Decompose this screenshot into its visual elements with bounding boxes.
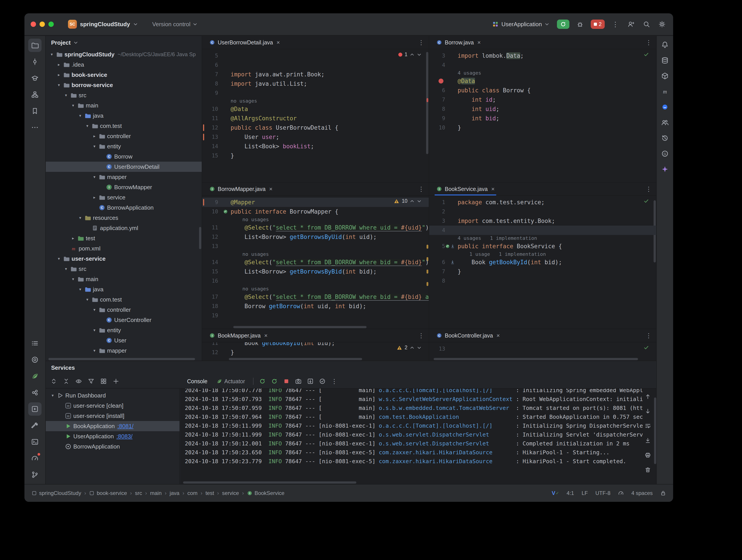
debug-button[interactable]: [575, 19, 585, 29]
chevron-down-icon[interactable]: ▾: [91, 144, 98, 149]
add-service-icon[interactable]: [111, 376, 121, 387]
close-tab-icon[interactable]: ×: [496, 332, 500, 339]
service-item-user-service-clean[interactable]: muser-service [clean]: [46, 401, 179, 411]
more-actions-icon[interactable]: ⋮: [611, 19, 620, 29]
project-item-src[interactable]: ▾src: [46, 264, 202, 274]
caret-position-widget[interactable]: 4:1: [567, 490, 574, 496]
project-item-user-service[interactable]: ▾user-service: [46, 254, 202, 264]
project-item-book-service[interactable]: ▸book-service: [46, 70, 202, 80]
project-tool-icon[interactable]: [28, 39, 42, 52]
recent-locations-icon[interactable]: [659, 132, 671, 144]
inspections-widget[interactable]: [643, 345, 649, 350]
project-item-controller[interactable]: ▸controller: [46, 131, 202, 141]
project-item-pom-xml[interactable]: mpom.xml: [46, 243, 202, 254]
readonly-widget[interactable]: [660, 490, 666, 496]
code-with-me-icon[interactable]: [659, 116, 671, 129]
highlighting-level-widget[interactable]: [618, 490, 624, 496]
project-item-borrow[interactable]: CBorrow: [46, 152, 202, 162]
project-item-usercontroller[interactable]: CUserController: [46, 315, 202, 325]
chevron-down-icon[interactable]: ▾: [77, 113, 84, 118]
editor-options-icon[interactable]: ⋮: [641, 39, 656, 46]
chevron-down-icon[interactable]: ▾: [91, 328, 98, 333]
close-window-button[interactable]: [31, 21, 36, 27]
thread-dump-icon[interactable]: [293, 376, 304, 387]
version-control-tool-icon[interactable]: [28, 468, 42, 482]
zoom-window-button[interactable]: [48, 21, 54, 27]
service-item-bookapplication[interactable]: BookApplication:8081/: [46, 421, 179, 431]
chevron-down-icon[interactable]: ▾: [63, 267, 69, 271]
console-hscrollbar[interactable]: [183, 482, 356, 484]
editor-hscrollbar[interactable]: [229, 358, 362, 360]
tab-userborrowdetail-java[interactable]: CUserBorrowDetail.java×: [205, 36, 284, 49]
chevron-down-icon[interactable]: ▾: [70, 103, 76, 108]
chevron-down-icon[interactable]: ▾: [91, 348, 98, 353]
service-port-link[interactable]: :8081/: [117, 423, 133, 430]
line-separator-widget[interactable]: LF: [582, 490, 588, 496]
console-output[interactable]: 2024-10-18 17:50:07.778 INFO 78647 --- […: [180, 389, 656, 481]
inspections-widget[interactable]: [643, 198, 649, 204]
editor-options-icon[interactable]: ⋮: [414, 185, 429, 193]
prev-problem-icon[interactable]: [410, 345, 415, 350]
more-tools-icon[interactable]: [28, 121, 42, 134]
chevron-down-icon[interactable]: ▾: [91, 307, 98, 312]
project-vscrollbar[interactable]: [199, 227, 201, 249]
project-item-mapper[interactable]: ▾mapper: [46, 345, 202, 356]
expand-all-icon[interactable]: [48, 376, 59, 387]
minimize-window-button[interactable]: [40, 21, 45, 27]
console-tab-console[interactable]: Console: [182, 374, 212, 388]
chevron-right-icon[interactable]: ▸: [70, 236, 76, 241]
soft-wrap-icon[interactable]: [642, 421, 653, 431]
collapse-all-icon[interactable]: [61, 376, 71, 387]
breadcrumb-com[interactable]: com: [188, 490, 198, 496]
view-options-icon[interactable]: [73, 376, 84, 387]
code-editor[interactable]: 3import lombok.Data;44 usages@Data6publi…: [429, 49, 656, 132]
chevron-down-icon[interactable]: ▾: [48, 52, 55, 57]
chevron-down-icon[interactable]: ▾: [84, 297, 91, 302]
project-item-service[interactable]: ▸service: [46, 192, 202, 203]
project-item-entity[interactable]: ▾entity: [46, 325, 202, 335]
project-item-borrowapplication[interactable]: CBorrowApplication: [46, 203, 202, 213]
run-configuration-selector[interactable]: UserApplication: [490, 19, 551, 29]
project-item-userborrowdetail[interactable]: CUserBorrowDetail: [46, 162, 202, 172]
project-item-src[interactable]: ▾src: [46, 90, 202, 100]
rerun-icon[interactable]: [257, 376, 268, 387]
tab-bookmapper-java[interactable]: IBookMapper.java×: [205, 329, 272, 342]
close-tab-icon[interactable]: ×: [264, 332, 267, 339]
tab-borrow-java[interactable]: CBorrow.java×: [432, 36, 485, 49]
project-item-mapper[interactable]: ▾mapper: [46, 172, 202, 182]
structure-tool-icon[interactable]: [28, 88, 42, 101]
notifications-icon[interactable]: [659, 39, 671, 51]
problems-tool-icon[interactable]: [28, 353, 42, 367]
breadcrumb-service[interactable]: service: [222, 490, 239, 496]
encoding-widget[interactable]: UTF-8: [595, 490, 611, 496]
code-with-me-button[interactable]: [626, 19, 636, 29]
service-port-link[interactable]: :8083/: [116, 433, 132, 440]
database-icon[interactable]: [659, 54, 671, 67]
scroll-to-end-icon[interactable]: [642, 435, 653, 446]
tab-borrowmapper-java[interactable]: IBorrowMapper.java×: [205, 182, 277, 195]
courses-tool-icon[interactable]: [28, 71, 42, 85]
services-panel-header[interactable]: Services: [46, 361, 656, 374]
project-item-com-test[interactable]: ▾com.test: [46, 121, 202, 131]
vcs-widget[interactable]: Version control: [152, 21, 198, 28]
service-item-borrowapplication[interactable]: BorrowApplication: [46, 441, 179, 452]
breadcrumb-test[interactable]: test: [206, 490, 214, 496]
console-tab-actuator[interactable]: Actuator: [212, 374, 250, 388]
project-item-main[interactable]: ▾main: [46, 100, 202, 111]
close-tab-icon[interactable]: ×: [491, 186, 494, 192]
spring-tool-icon[interactable]: [28, 370, 42, 383]
prev-problem-icon[interactable]: [410, 199, 415, 204]
chevron-right-icon[interactable]: ▸: [56, 62, 62, 67]
filter-icon[interactable]: [86, 376, 96, 387]
project-hscrollbar[interactable]: [48, 358, 195, 360]
editor-hscrollbar[interactable]: [434, 358, 638, 360]
next-occurrence-icon[interactable]: [642, 406, 653, 416]
project-item-application-yml[interactable]: application.yml: [46, 223, 202, 233]
todo-tool-icon[interactable]: [28, 337, 42, 350]
ai-chat-icon[interactable]: [659, 101, 671, 113]
tab-bookcontroller-java[interactable]: CBookController.java×: [432, 329, 504, 342]
prev-problem-icon[interactable]: [410, 52, 415, 57]
chevron-right-icon[interactable]: ▸: [56, 72, 62, 77]
editor-options-icon[interactable]: ⋮: [414, 332, 429, 339]
console-more-icon[interactable]: ⋮: [329, 376, 340, 387]
